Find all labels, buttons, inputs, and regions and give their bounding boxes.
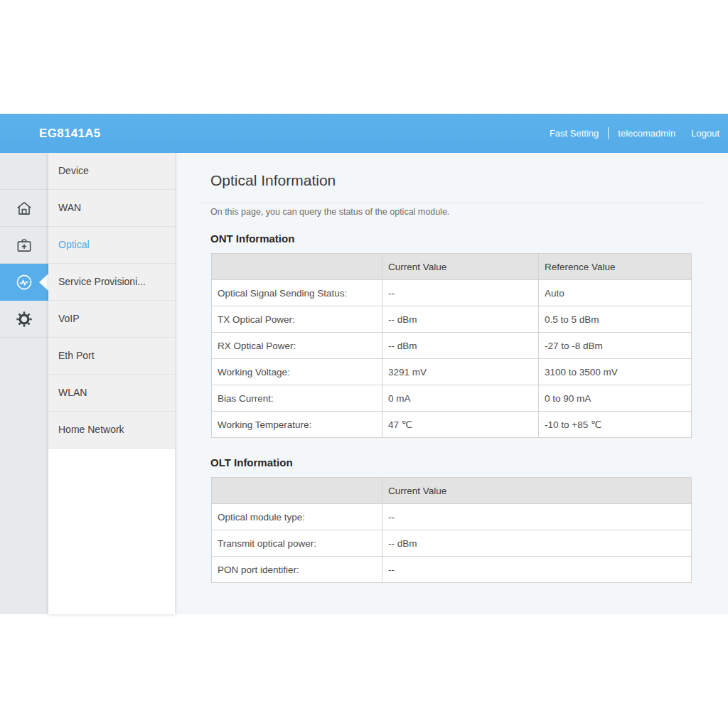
row-reference-value: 0 to 90 mA [539, 385, 692, 412]
gauge-pulse-icon [14, 272, 34, 292]
table-header-row: Current Value Reference Value [212, 254, 692, 280]
active-pointer-icon [39, 274, 48, 291]
olt-col-label [212, 478, 382, 504]
nav-home-button[interactable] [0, 190, 48, 227]
nav-maintenance-button[interactable] [0, 301, 48, 338]
row-reference-value: 3100 to 3500 mV [539, 359, 692, 385]
nav-service-button-active[interactable] [0, 264, 48, 301]
sidebar-item-eth-port[interactable]: Eth Port [48, 338, 175, 375]
header-divider [608, 127, 609, 139]
icon-rail-empty-slot [0, 153, 48, 190]
row-label: TX Optical Power: [212, 306, 382, 333]
row-reference-value: -10 to +85 ℃ [539, 412, 692, 438]
sidebar-item-service-provisioning[interactable]: Service Provisioni... [48, 264, 175, 301]
home-icon [15, 199, 33, 218]
olt-section-heading: OLT Information [210, 456, 293, 469]
sidebar-item-wlan[interactable]: WLAN [48, 375, 175, 412]
title-divider [199, 203, 704, 203]
page-description: On this page, you can query the status o… [210, 207, 449, 217]
row-current-value: 0 mA [382, 385, 539, 412]
nav-setup-button[interactable] [0, 227, 48, 264]
row-reference-value: -27 to -8 dBm [539, 333, 692, 359]
ont-table: Current Value Reference Value Optical Si… [211, 253, 692, 438]
logout-link[interactable]: Logout [691, 128, 719, 139]
table-row: Working Temperature: 47 ℃ -10 to +85 ℃ [212, 412, 692, 438]
page-title: Optical Information [210, 172, 336, 189]
icon-rail [0, 153, 48, 614]
row-label: Working Voltage: [212, 359, 382, 385]
row-label: Transmit optical power: [212, 530, 382, 557]
olt-table: Current Value Optical module type: -- Tr… [211, 477, 692, 583]
sidebar-menu: Device WAN Optical Service Provisioni...… [48, 153, 175, 614]
table-row: TX Optical Power: -- dBm 0.5 to 5 dBm [212, 306, 692, 333]
table-row: Optical Signal Sending Status: -- Auto [212, 280, 692, 306]
header-actions: Fast Setting telecomadmin Logout [550, 114, 719, 153]
row-label: Bias Current: [212, 385, 382, 412]
row-current-value: 3291 mV [382, 359, 539, 385]
ont-section-heading: ONT Information [210, 232, 294, 245]
table-header-row: Current Value [212, 478, 692, 504]
row-label: Working Temperature: [212, 412, 382, 438]
fast-setting-link[interactable]: Fast Setting [550, 128, 599, 139]
sidebar-item-device[interactable]: Device [48, 153, 175, 190]
icon-rail-filler [0, 338, 48, 614]
sidebar-item-optical[interactable]: Optical [48, 227, 175, 264]
sidebar-item-wan[interactable]: WAN [48, 190, 175, 227]
row-label: PON port identifier: [212, 557, 382, 583]
olt-col-current: Current Value [382, 478, 692, 504]
row-reference-value: Auto [539, 280, 692, 306]
row-label: RX Optical Power: [212, 333, 382, 359]
app-header: EG8141A5 Fast Setting telecomadmin Logou… [0, 114, 728, 153]
table-row: Bias Current: 0 mA 0 to 90 mA [212, 385, 692, 412]
toolbox-plus-icon [15, 236, 33, 255]
table-row: Working Voltage: 3291 mV 3100 to 3500 mV [212, 359, 692, 385]
row-current-value: 47 ℃ [382, 412, 539, 438]
main-content: Optical Information On this page, you ca… [175, 153, 728, 614]
table-row: Transmit optical power: -- dBm [212, 530, 692, 557]
gear-icon [15, 310, 33, 328]
row-current-value: -- [382, 504, 692, 530]
row-current-value: -- dBm [382, 530, 692, 557]
row-current-value: -- dBm [382, 306, 539, 333]
row-current-value: -- dBm [382, 333, 539, 359]
row-current-value: -- [382, 557, 692, 583]
table-row: Optical module type: -- [212, 504, 692, 530]
row-current-value: -- [382, 280, 539, 306]
device-model-title: EG8141A5 [39, 114, 101, 153]
ont-col-reference: Reference Value [539, 254, 692, 280]
row-label: Optical module type: [212, 504, 382, 530]
sidebar-item-voip[interactable]: VoIP [48, 301, 175, 338]
table-row: PON port identifier: -- [212, 557, 692, 583]
sidebar-item-home-network[interactable]: Home Network [48, 412, 175, 449]
logged-in-username: telecomadmin [618, 128, 675, 139]
ont-col-label [212, 254, 382, 280]
table-row: RX Optical Power: -- dBm -27 to -8 dBm [212, 333, 692, 359]
page: EG8141A5 Fast Setting telecomadmin Logou… [0, 0, 728, 728]
row-reference-value: 0.5 to 5 dBm [539, 306, 692, 333]
ont-col-current: Current Value [382, 254, 539, 280]
row-label: Optical Signal Sending Status: [212, 280, 382, 306]
